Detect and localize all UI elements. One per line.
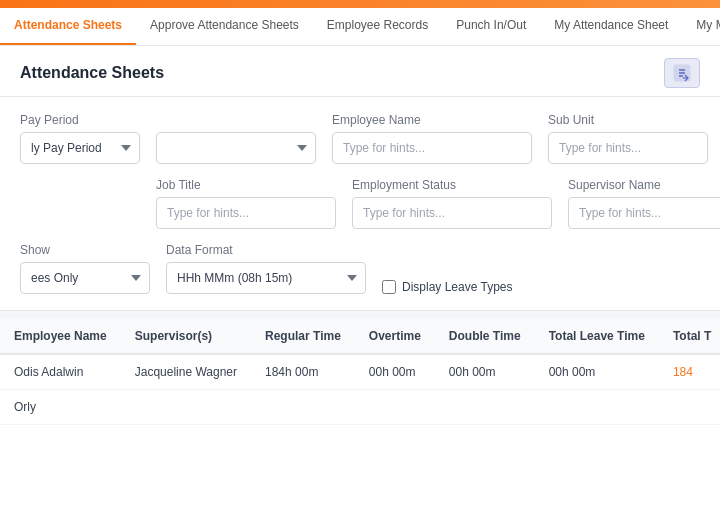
page-title: Attendance Sheets — [20, 64, 164, 82]
pay-period-label: Pay Period — [20, 113, 140, 127]
filter-group-show: Show ees Only — [20, 243, 150, 294]
cell-employee-name: Orly — [0, 390, 121, 425]
cell-supervisor — [121, 390, 251, 425]
filter-group-pay-period-date — [156, 113, 316, 164]
nav-tabs: Attendance Sheets Approve Attendance She… — [0, 8, 720, 46]
data-format-select[interactable]: HHh MMm (08h 15m) — [166, 262, 366, 294]
filter-row-3: Show ees Only Data Format HHh MMm (08h 1… — [20, 243, 700, 294]
col-regular-time: Regular Time — [251, 319, 355, 354]
col-double-time: Double Time — [435, 319, 535, 354]
pay-period-date-select[interactable] — [156, 132, 316, 164]
filter-group-supervisor-name: Supervisor Name — [568, 178, 720, 229]
cell-total-leave: 00h 00m — [535, 354, 659, 390]
col-overtime: Overtime — [355, 319, 435, 354]
filter-group-pay-period: Pay Period ly Pay Period — [20, 113, 140, 164]
supervisor-name-input[interactable] — [568, 197, 720, 229]
export-icon — [673, 64, 691, 82]
cell-total-leave — [535, 390, 659, 425]
tab-employee-records[interactable]: Employee Records — [313, 8, 442, 46]
cell-employee-name: Odis Adalwin — [0, 354, 121, 390]
cell-regular-time — [251, 390, 355, 425]
supervisor-name-label: Supervisor Name — [568, 178, 720, 192]
page-header: Attendance Sheets — [0, 46, 720, 97]
employment-status-input[interactable] — [352, 197, 552, 229]
col-supervisors: Supervisor(s) — [121, 319, 251, 354]
tab-attendance-sheets[interactable]: Attendance Sheets — [0, 8, 136, 46]
attendance-table: Employee Name Supervisor(s) Regular Time… — [0, 319, 720, 425]
job-title-input[interactable] — [156, 197, 336, 229]
show-select[interactable]: ees Only — [20, 262, 150, 294]
tab-my-attendance-sheet[interactable]: My Attendance Sheet — [540, 8, 682, 46]
cell-overtime — [355, 390, 435, 425]
employee-name-label: Employee Name — [332, 113, 532, 127]
col-total-t: Total T — [659, 319, 720, 354]
display-leave-types-group: Display Leave Types — [382, 280, 513, 294]
col-employee-name: Employee Name — [0, 319, 121, 354]
sub-unit-label: Sub Unit — [548, 113, 708, 127]
table-header-row: Employee Name Supervisor(s) Regular Time… — [0, 319, 720, 354]
pay-period-date-label — [156, 113, 316, 127]
tab-punch-in-out[interactable]: Punch In/Out — [442, 8, 540, 46]
employment-status-label: Employment Status — [352, 178, 552, 192]
cell-double-time: 00h 00m — [435, 354, 535, 390]
filter-row-1: Pay Period ly Pay Period Employee Name S… — [20, 113, 700, 164]
data-format-label: Data Format — [166, 243, 366, 257]
table-section: Employee Name Supervisor(s) Regular Time… — [0, 319, 720, 510]
pay-period-select[interactable]: ly Pay Period — [20, 132, 140, 164]
table-row: Orly — [0, 390, 720, 425]
col-total-leave-time: Total Leave Time — [535, 319, 659, 354]
filter-group-employment-status: Employment Status — [352, 178, 552, 229]
job-title-label: Job Title — [156, 178, 336, 192]
tab-my-monthly-attendance[interactable]: My Monthly Attendance — [682, 8, 720, 46]
sub-unit-input[interactable] — [548, 132, 708, 164]
cell-total — [659, 390, 720, 425]
display-leave-types-checkbox[interactable] — [382, 280, 396, 294]
filter-group-employee-name: Employee Name — [332, 113, 532, 164]
filter-group-job-title: Job Title — [156, 178, 336, 229]
employee-name-input[interactable] — [332, 132, 532, 164]
cell-double-time — [435, 390, 535, 425]
table-row: Odis Adalwin Jacqueline Wagner 184h 00m … — [0, 354, 720, 390]
filter-group-data-format: Data Format HHh MMm (08h 15m) — [166, 243, 366, 294]
filter-section: Pay Period ly Pay Period Employee Name S… — [0, 97, 720, 311]
filter-row-2: Job Title Employment Status Supervisor N… — [20, 178, 700, 229]
cell-supervisor: Jacqueline Wagner — [121, 354, 251, 390]
display-leave-types-label[interactable]: Display Leave Types — [402, 280, 513, 294]
cell-regular-time: 184h 00m — [251, 354, 355, 390]
show-label: Show — [20, 243, 150, 257]
filter-group-spacer — [20, 178, 140, 229]
cell-overtime: 00h 00m — [355, 354, 435, 390]
cell-total: 184 — [659, 354, 720, 390]
export-button[interactable] — [664, 58, 700, 88]
top-bar — [0, 0, 720, 8]
tab-approve-attendance[interactable]: Approve Attendance Sheets — [136, 8, 313, 46]
filter-group-sub-unit: Sub Unit — [548, 113, 708, 164]
